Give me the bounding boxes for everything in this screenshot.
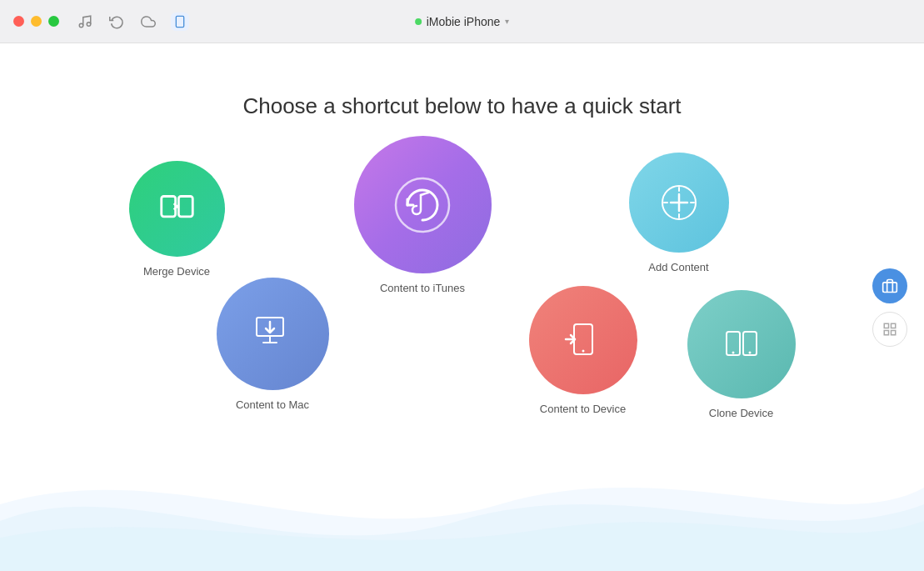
svg-rect-26 bbox=[883, 282, 897, 292]
svg-point-6 bbox=[396, 178, 449, 232]
device-name: iMobie iPhone bbox=[427, 15, 501, 28]
device-dropdown-chevron[interactable]: ▾ bbox=[505, 17, 509, 26]
add-content-label: Add Content bbox=[648, 261, 708, 273]
content-to-mac-label: Content to Mac bbox=[236, 398, 309, 411]
clone-device-button[interactable]: Clone Device bbox=[687, 290, 796, 419]
svg-rect-28 bbox=[892, 323, 896, 328]
merge-device-label: Merge Device bbox=[143, 265, 210, 278]
svg-point-25 bbox=[748, 352, 751, 354]
close-button[interactable] bbox=[13, 16, 24, 27]
svg-point-24 bbox=[732, 352, 734, 354]
add-content-button[interactable]: Add Content bbox=[629, 153, 729, 273]
svg-rect-4 bbox=[161, 197, 175, 217]
svg-point-0 bbox=[79, 23, 83, 28]
titlebar: iMobie iPhone ▾ bbox=[0, 0, 924, 43]
content-to-device-label: Content to Device bbox=[540, 403, 626, 415]
svg-rect-5 bbox=[178, 197, 192, 217]
grid-view-button[interactable] bbox=[872, 312, 907, 347]
titlebar-center: iMobie iPhone ▾ bbox=[415, 15, 510, 28]
cloud-icon[interactable] bbox=[139, 13, 157, 31]
svg-line-7 bbox=[421, 193, 428, 195]
device-status-dot bbox=[415, 18, 422, 25]
maximize-button[interactable] bbox=[48, 16, 59, 27]
svg-rect-30 bbox=[892, 330, 896, 334]
shortcuts-container: Merge Device Content to iTunes bbox=[87, 136, 837, 453]
svg-rect-29 bbox=[884, 330, 888, 334]
content-to-itunes-button[interactable]: Content to iTunes bbox=[354, 136, 492, 294]
content-to-itunes-label: Content to iTunes bbox=[380, 282, 465, 294]
traffic-lights bbox=[13, 16, 59, 27]
clone-device-label: Clone Device bbox=[709, 407, 773, 419]
history-icon[interactable] bbox=[107, 13, 126, 31]
titlebar-icons bbox=[76, 13, 189, 31]
phone-icon[interactable] bbox=[171, 13, 189, 31]
wave-decoration bbox=[0, 438, 924, 571]
svg-rect-27 bbox=[884, 323, 888, 328]
main-content: Choose a shortcut below to have a quick … bbox=[0, 43, 924, 571]
svg-point-1 bbox=[87, 22, 91, 26]
content-to-device-button[interactable]: Content to Device bbox=[529, 286, 637, 415]
svg-rect-2 bbox=[176, 16, 183, 27]
toolbox-button[interactable] bbox=[872, 268, 907, 303]
page-title: Choose a shortcut below to have a quick … bbox=[242, 93, 681, 119]
minimize-button[interactable] bbox=[31, 16, 42, 27]
svg-point-21 bbox=[582, 350, 584, 353]
merge-device-button[interactable]: Merge Device bbox=[129, 161, 225, 278]
music-icon[interactable] bbox=[76, 13, 94, 31]
sidebar-right bbox=[872, 268, 907, 347]
content-to-mac-button[interactable]: Content to Mac bbox=[217, 278, 329, 411]
